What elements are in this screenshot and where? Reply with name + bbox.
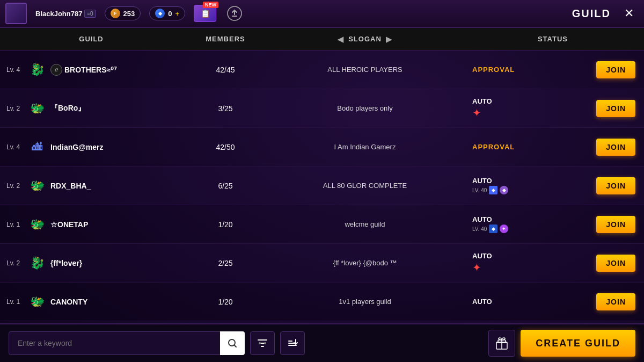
new-item-wrapper[interactable]: 📋 NEW (194, 5, 216, 22)
level-badge: Lv. 2 (6, 182, 24, 190)
player-avatar (5, 3, 27, 24)
search-wrapper (9, 331, 245, 355)
guild-cell: Lv. 4 🏙 IndianG@merz (0, 134, 182, 161)
gift-button[interactable] (488, 330, 515, 357)
slogan-right-arrow[interactable]: ▶ (386, 35, 392, 44)
join-button[interactable]: JOIN (596, 139, 635, 156)
close-button[interactable]: ✕ (619, 4, 639, 23)
members-cell: 42/50 (182, 143, 268, 151)
level-badge: Lv. 4 (6, 66, 24, 74)
join-button[interactable]: JOIN (596, 61, 635, 78)
gem-value: 0 (168, 10, 172, 18)
col-slogan: ◀ SLOGAN ▶ (268, 35, 462, 44)
slogan-cell: ALL HEROIC PLAYERS (268, 66, 462, 74)
guild-cell: Lv. 2 🐲 『BoRo』 (0, 95, 182, 122)
new-badge: NEW (203, 2, 218, 8)
player-info: BlackJohn787 ≈0 (35, 10, 96, 18)
search-input[interactable] (9, 331, 245, 355)
table-row: Lv. 4 🏙 IndianG@merz 42/50 I Am Indian G… (0, 128, 644, 166)
search-button[interactable] (220, 331, 245, 355)
rank-badge-blue2: ◆ (489, 225, 497, 233)
guild-cell: Lv. 1 🐲 ☆ONETAP (0, 211, 182, 238)
members-cell: 1/20 (182, 220, 268, 229)
rank-lv: LV. 40 (472, 187, 487, 193)
svg-point-1 (229, 339, 235, 346)
guild-name: IndianG@merz (50, 143, 103, 151)
guild-cell: Lv. 2 🐲 RDX_BHA_ (0, 172, 182, 199)
status-label: APPROVAL (472, 143, 515, 151)
status-auto-text: AUTO (472, 97, 492, 105)
col-members: MEMBERS (182, 35, 268, 43)
auto-status: AUTO ✦ (472, 97, 492, 119)
join-button[interactable]: JOIN (596, 177, 635, 194)
bottom-bar: CREATE GUILD (0, 323, 644, 362)
table-row: Lv. 2 🐲 RDX_BHA_ 6/25 ALL 80 GLOR COMPLE… (0, 166, 644, 205)
rank-lv: LV. 40 (472, 226, 487, 232)
level-badge: Lv. 4 (6, 143, 24, 151)
guild-name-group: ℯ BROTHERS≈⁰⁷ (50, 64, 117, 76)
table-row: Lv. 4 🐉 ℯ BROTHERS≈⁰⁷ 42/45 ALL HEROIC P… (0, 50, 644, 89)
gem-icon: ◆ (155, 9, 165, 18)
auto-status: AUTO LV. 40 ◆ ◆ (472, 177, 508, 194)
slogan-cell: I Am Indian Gamerz (268, 143, 462, 151)
rank-row: LV. 40 ◆ ◆ (472, 186, 508, 194)
guild-name: ☆ONETAP (50, 220, 88, 229)
status-cell: AUTO LV. 40 ◆ ◆ JOIN (462, 177, 644, 194)
table-row: Lv. 1 🐲 CANONTY 1/20 1v1 players guild A… (0, 283, 644, 321)
sort-button[interactable] (280, 331, 305, 355)
guild-title: GUILD (572, 8, 611, 20)
rank-row: LV. 40 ◆ ✦ (472, 225, 508, 233)
svg-point-2 (264, 342, 266, 344)
upload-icon-btn[interactable] (225, 4, 244, 23)
level-badge: Lv. 2 (6, 105, 24, 112)
status-cell: AUTO JOIN (462, 293, 644, 310)
members-cell: 42/45 (182, 66, 268, 74)
player-name: BlackJohn787 (35, 10, 82, 18)
create-guild-button[interactable]: CREATE GUILD (521, 330, 635, 357)
table-header: GUILD MEMBERS ◀ SLOGAN ▶ STATUS (0, 28, 644, 50)
guild-cell: Lv. 4 🐉 ℯ BROTHERS≈⁰⁷ (0, 56, 182, 83)
members-cell: 3/25 (182, 104, 268, 113)
guild-icon-teal: 🐲 (28, 99, 46, 118)
status-cell: APPROVAL JOIN (462, 61, 644, 78)
rank-badge-purple: ◆ (500, 186, 508, 194)
rank-icon-fire: ✦ (472, 261, 481, 274)
coin-icon: F (111, 9, 120, 18)
status-label: APPROVAL (472, 66, 515, 74)
sort-icon (287, 337, 298, 349)
slogan-left-arrow[interactable]: ◀ (338, 35, 344, 44)
upload-icon (227, 6, 242, 21)
guild-list: Lv. 4 🐉 ℯ BROTHERS≈⁰⁷ 42/45 ALL HEROIC P… (0, 50, 644, 323)
filter-button[interactable] (250, 331, 275, 355)
guild-title-area: GUILD (572, 8, 611, 20)
rank-badge: ≈0 (84, 10, 96, 18)
status-auto-text: AUTO (472, 252, 492, 260)
table-row: Lv. 1 🐲 ☆ONETAP 1/20 welcme guild AUTO L… (0, 205, 644, 244)
join-button[interactable]: JOIN (596, 293, 635, 310)
members-cell: 2/25 (182, 259, 268, 267)
guild-icon-dragon: 🐉 (28, 61, 46, 79)
guild-name: RDX_BHA_ (50, 182, 91, 190)
guild-name: BROTHERS≈⁰⁷ (64, 66, 117, 74)
join-button[interactable]: JOIN (596, 100, 635, 117)
slogan-cell: ALL 80 GLOR COMPLETE (268, 182, 462, 190)
status-auto-text: AUTO (472, 298, 492, 306)
status-cell: AUTO ✦ JOIN (462, 252, 644, 274)
level-badge: Lv. 2 (6, 259, 24, 267)
guild-icon-fire: 🐉 (28, 254, 46, 272)
members-cell: 6/25 (182, 182, 268, 190)
auto-status: AUTO LV. 40 ◆ ✦ (472, 215, 508, 233)
status-cell: AUTO ✦ JOIN (462, 97, 644, 119)
guild-icon-teal: 🐲 (28, 177, 46, 195)
status-cell: APPROVAL JOIN (462, 139, 644, 156)
col-status: STATUS (462, 35, 644, 43)
guild-cell: Lv. 2 🐉 {ff*lover} (0, 250, 182, 277)
join-button[interactable]: JOIN (596, 216, 635, 233)
top-bar: BlackJohn787 ≈0 F 253 ◆ 0 + 📋 NEW (0, 0, 644, 28)
guild-name: 『BoRo』 (50, 104, 85, 113)
slogan-cell: Bodo players only (268, 104, 462, 112)
members-cell: 1/20 (182, 298, 268, 306)
level-badge: Lv. 1 (6, 298, 24, 306)
status-cell: AUTO LV. 40 ◆ ✦ JOIN (462, 215, 644, 233)
join-button[interactable]: JOIN (596, 255, 635, 272)
